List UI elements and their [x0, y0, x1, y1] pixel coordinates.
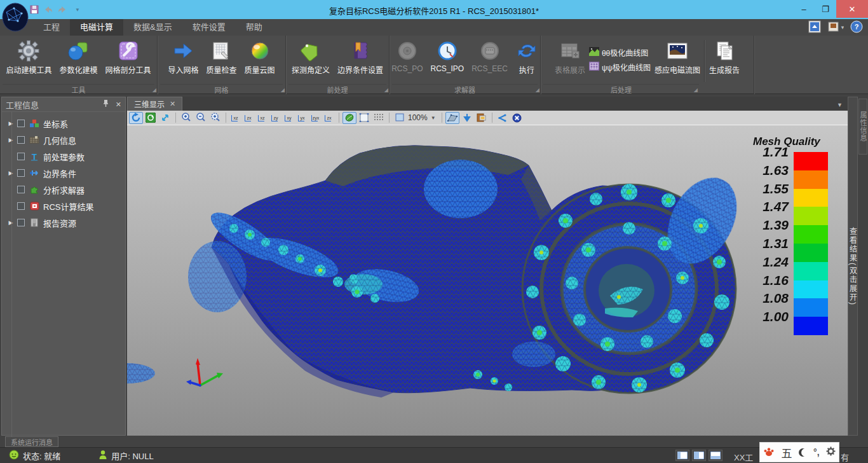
tree-item-report-resources[interactable]: ▶ 报告资源: [2, 214, 125, 231]
solver-rcs-ipo-button[interactable]: RCS_IPO: [427, 38, 468, 83]
curve-chart-icon: [589, 47, 599, 58]
knob-icon: [396, 39, 419, 63]
menu-tab-engineering[interactable]: 工程: [33, 19, 70, 36]
view-orientation-button[interactable]: xy: [283, 112, 295, 123]
view-results-collapsed-bar[interactable]: 查看结果(双击展开): [848, 97, 858, 436]
refresh-view-button[interactable]: [144, 112, 158, 124]
expander-icon[interactable]: ▶: [4, 120, 17, 127]
shaded-mode-button[interactable]: [342, 112, 356, 124]
snapshot-button[interactable]: [475, 112, 489, 124]
group-expand-icon[interactable]: ◢: [384, 87, 388, 93]
launch-modeler-button[interactable]: 启动建模工具: [2, 38, 55, 83]
system-messages-tab[interactable]: 系统运行消息: [5, 436, 58, 447]
tree-item-geometry-info[interactable]: ▶ 几何信息: [2, 132, 125, 148]
layout-bottom-panel-button[interactable]: [709, 450, 722, 461]
view-orientation-button[interactable]: zy: [269, 112, 282, 123]
pin-icon[interactable]: [102, 99, 109, 109]
3d-viewport-canvas[interactable]: Mesh Quality 1.711.631.551.471.391.311.2…: [127, 125, 848, 436]
tree-item-boundary-conditions[interactable]: ▶ 边界条件: [2, 165, 125, 181]
ime-toolbar[interactable]: 五 °,: [759, 442, 839, 462]
ribbon-group-label: 网格: [160, 84, 283, 93]
boundary-settings-button[interactable]: 边界条件设置: [334, 38, 387, 83]
fit-view-button[interactable]: [158, 112, 172, 124]
tree-item-rcs-results[interactable]: RCS计算结果: [2, 198, 125, 214]
zoom-dropdown-icon[interactable]: ▼: [431, 115, 436, 121]
group-expand-icon[interactable]: ◢: [694, 87, 698, 93]
tab-close-icon[interactable]: ✕: [170, 100, 175, 108]
grid-points-button[interactable]: [372, 112, 386, 124]
tree-item-coordinate-system[interactable]: ▶ 坐标系: [2, 115, 125, 132]
drop-down-arrow-button[interactable]: [460, 112, 474, 124]
tree-checkbox[interactable]: [17, 120, 25, 127]
title-bar: ▼ 复杂目标RCS电磁分析软件2015 R1 - RCS_2015031801*…: [0, 0, 868, 19]
view-orientation-button[interactable]: xz: [229, 112, 242, 123]
zoom-in-icon[interactable]: [179, 112, 193, 124]
help-icon[interactable]: ?: [850, 20, 863, 36]
legend-band: [794, 189, 828, 207]
parametric-modeling-button[interactable]: 参数化建模: [55, 38, 101, 83]
group-expand-icon[interactable]: ◢: [153, 87, 156, 93]
minimize-button[interactable]: –: [793, 0, 815, 18]
expander-icon[interactable]: ▶: [4, 137, 17, 143]
panel-close-icon[interactable]: ✕: [116, 100, 121, 109]
rotate-view-button[interactable]: [129, 112, 143, 124]
close-view-button[interactable]: [510, 112, 524, 124]
tab-list-dropdown-icon[interactable]: ▼: [837, 102, 848, 111]
tree-checkbox[interactable]: [17, 202, 25, 210]
restore-button[interactable]: ❐: [815, 0, 836, 18]
collapse-ribbon-icon[interactable]: [808, 20, 821, 36]
zoom-out-icon[interactable]: [194, 112, 208, 124]
close-button[interactable]: ✕: [836, 0, 868, 18]
quality-check-button[interactable]: 质量检查: [202, 38, 240, 83]
probe-angle-button[interactable]: 探测角定义: [288, 38, 334, 83]
group-expand-icon[interactable]: ◢: [536, 87, 539, 93]
view-orientation-button[interactable]: yx: [296, 112, 309, 123]
table-display-button[interactable]: 表格展示: [551, 38, 589, 83]
zoom-window-icon[interactable]: [208, 112, 222, 124]
group-expand-icon[interactable]: ◢: [281, 87, 285, 93]
wireframe-mode-button[interactable]: [357, 112, 371, 124]
zoom-level-control[interactable]: 100% ▼: [393, 113, 438, 122]
quality-cloudmap-button[interactable]: 质量云图: [241, 38, 279, 83]
view-orientation-button[interactable]: zyx: [309, 112, 322, 123]
tree-item-solver[interactable]: 分析求解器: [2, 181, 125, 198]
induced-current-map-button[interactable]: 感应电磁流图: [651, 38, 704, 83]
view-orientation-button[interactable]: zx: [243, 112, 255, 123]
surface-select-button[interactable]: [445, 112, 459, 124]
tree-checkbox[interactable]: [17, 169, 25, 177]
menu-tab-help[interactable]: 帮助: [236, 19, 273, 36]
tree-checkbox[interactable]: [17, 219, 25, 226]
view-orientation-button[interactable]: zx: [323, 112, 336, 123]
property-info-tab[interactable]: 属性信息: [858, 99, 867, 155]
menu-tab-settings[interactable]: 软件设置: [182, 19, 236, 36]
ime-punctuation-toggle[interactable]: °,: [813, 447, 820, 457]
expander-icon[interactable]: ▶: [4, 170, 17, 176]
tree-item-preprocess-params[interactable]: T 前处理参数: [2, 148, 125, 165]
solver-rcs-po-button[interactable]: RCS_PO: [388, 38, 426, 83]
share-flip-button[interactable]: [496, 112, 510, 124]
psi-polar-curve-button[interactable]: ψψ极化曲线图: [589, 62, 651, 73]
theta-polar-curve-button[interactable]: θθ极化曲线图: [589, 47, 651, 58]
tree-checkbox[interactable]: [17, 153, 25, 160]
ime-fullhalf-moon-icon[interactable]: [799, 448, 807, 457]
tree-checkbox[interactable]: [17, 136, 25, 144]
view-orientation-button[interactable]: xz: [256, 112, 269, 123]
print-preview-icon[interactable]: ▼: [827, 20, 844, 36]
tab-3d-display[interactable]: 三维显示 ✕: [127, 97, 182, 111]
ime-mode-label[interactable]: 五: [781, 445, 792, 460]
mesh-tool-button[interactable]: 网格剖分工具: [102, 38, 155, 83]
execute-button[interactable]: 执行: [512, 38, 542, 83]
solver-rcs-eec-button[interactable]: RCS_EEC: [468, 38, 512, 83]
layout-left-panel-button[interactable]: [675, 450, 689, 461]
menu-tab-em-compute[interactable]: 电磁计算: [70, 19, 123, 36]
app-logo[interactable]: [1, 2, 29, 32]
menu-bar: 工程 电磁计算 数据&显示 软件设置 帮助 ▼ ?: [0, 19, 868, 36]
tree-checkbox[interactable]: [17, 186, 25, 193]
ime-settings-gear-icon[interactable]: [826, 446, 836, 458]
grid-sheet-icon: [210, 39, 233, 63]
menu-tab-data-display[interactable]: 数据&显示: [123, 19, 182, 36]
expander-icon[interactable]: ▶: [4, 219, 17, 226]
generate-report-button[interactable]: 生成报告: [705, 38, 743, 83]
layout-split-panel-button[interactable]: [692, 450, 706, 461]
import-mesh-button[interactable]: 导入网格: [164, 38, 202, 83]
